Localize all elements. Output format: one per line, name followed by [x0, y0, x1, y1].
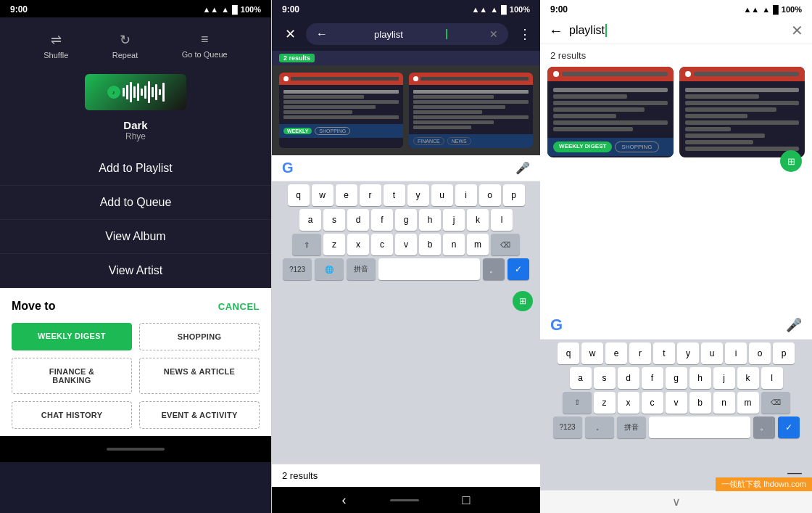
key-t[interactable]: t: [384, 184, 405, 206]
p3-key-f[interactable]: f: [642, 367, 663, 389]
p3-key-dot[interactable]: 。: [753, 416, 775, 438]
playlist-item-shopping[interactable]: SHOPPING: [139, 323, 260, 350]
key-i[interactable]: i: [455, 184, 477, 206]
p3-key-w[interactable]: w: [581, 342, 603, 364]
key-number-dot[interactable]: 。: [483, 258, 505, 280]
close-button[interactable]: ✕: [281, 25, 300, 44]
p3-key-a[interactable]: a: [570, 367, 592, 389]
p3-key-z[interactable]: z: [594, 392, 616, 414]
key-b[interactable]: b: [419, 234, 441, 255]
cancel-button[interactable]: CANCEL: [218, 301, 260, 312]
p3-key-numbers[interactable]: ?123: [553, 416, 582, 438]
close-search-icon2[interactable]: ✕: [489, 28, 498, 40]
result-card-2[interactable]: FINANCE NEWS: [409, 73, 533, 148]
repeat-control[interactable]: ↻ Repeat: [112, 32, 138, 59]
phone2-search-box[interactable]: ← playlist ✕: [306, 23, 508, 45]
phone3-mic-icon[interactable]: 🎤: [786, 317, 802, 333]
key-backspace[interactable]: ⌫: [491, 234, 520, 255]
p3-key-t[interactable]: t: [653, 342, 675, 364]
key-m[interactable]: m: [467, 234, 489, 255]
key-k[interactable]: k: [467, 209, 489, 231]
p3-card-1[interactable]: WEEKLY DIGEST SHOPPING: [547, 67, 674, 157]
key-n[interactable]: n: [443, 234, 465, 255]
key-o[interactable]: o: [479, 184, 501, 206]
menu-dots-icon[interactable]: ⋮: [518, 26, 531, 42]
key-g[interactable]: g: [395, 209, 417, 231]
p3-card-2[interactable]: [679, 67, 805, 157]
key-c[interactable]: c: [371, 234, 393, 255]
phone2-mic-icon[interactable]: 🎤: [515, 161, 530, 175]
key-h[interactable]: h: [419, 209, 441, 231]
p3-key-c[interactable]: c: [642, 392, 663, 414]
p3-key-x[interactable]: x: [618, 392, 639, 414]
phone3-query[interactable]: playlist: [569, 24, 605, 37]
result-card-1[interactable]: WEEKLY SHOPPING: [279, 73, 403, 148]
recent-nav-btn[interactable]: □: [463, 493, 471, 508]
phone3-search-input[interactable]: playlist: [569, 24, 785, 37]
p3-key-i[interactable]: i: [725, 342, 747, 364]
phone3-scan-icon[interactable]: ⊞: [780, 150, 802, 172]
key-f[interactable]: f: [371, 209, 393, 231]
key-globe[interactable]: 🌐: [315, 258, 344, 280]
key-confirm[interactable]: ✓: [508, 258, 529, 280]
p3-key-d[interactable]: d: [618, 367, 639, 389]
p3-key-b[interactable]: b: [689, 392, 711, 414]
p3-key-globe[interactable]: 。: [585, 416, 614, 438]
p3-key-e[interactable]: e: [605, 342, 627, 364]
p3-key-j[interactable]: j: [713, 367, 735, 389]
phone3-clear-btn[interactable]: ✕: [791, 22, 803, 39]
p3-key-v[interactable]: v: [666, 392, 687, 414]
p3-key-r[interactable]: r: [629, 342, 651, 364]
search-query-phone2[interactable]: playlist: [374, 29, 403, 40]
key-shift[interactable]: ⇧: [292, 234, 321, 255]
p3-key-n[interactable]: n: [713, 392, 735, 414]
scan-icon[interactable]: ⊞: [513, 291, 533, 311]
key-v[interactable]: v: [395, 234, 417, 255]
p3-key-h[interactable]: h: [689, 367, 711, 389]
p3-key-lang[interactable]: 拼音: [617, 416, 646, 438]
p3-key-p[interactable]: p: [773, 342, 795, 364]
playlist-item-weekly-digest[interactable]: WEEKLY DIGEST: [12, 323, 132, 350]
p3-key-shift[interactable]: ⇧: [563, 392, 592, 414]
playlist-item-event[interactable]: EVENT & ACTIVITY: [139, 401, 260, 429]
key-r[interactable]: r: [360, 184, 381, 206]
key-p[interactable]: p: [503, 184, 525, 206]
phone3-chevron-down[interactable]: ∨: [672, 495, 681, 509]
key-s[interactable]: s: [323, 209, 345, 231]
key-a[interactable]: a: [299, 209, 321, 231]
p3-key-space[interactable]: [649, 416, 750, 438]
view-artist-btn[interactable]: View Artist: [0, 254, 271, 288]
p3-key-m[interactable]: m: [737, 392, 759, 414]
p3-key-o[interactable]: o: [749, 342, 771, 364]
key-y[interactable]: y: [407, 184, 429, 206]
key-j[interactable]: j: [443, 209, 465, 231]
add-to-queue-btn[interactable]: Add to Queue: [0, 186, 271, 220]
key-u[interactable]: u: [431, 184, 453, 206]
key-l[interactable]: l: [491, 209, 513, 231]
p3-key-l[interactable]: l: [761, 367, 783, 389]
p3-key-g[interactable]: g: [666, 367, 687, 389]
p3-key-u[interactable]: u: [701, 342, 723, 364]
phone3-back-btn[interactable]: ←: [549, 22, 563, 39]
playlist-item-finance[interactable]: FINANCE &BANKING: [12, 358, 132, 394]
key-d[interactable]: d: [347, 209, 369, 231]
back-arrow-phone2[interactable]: ←: [316, 28, 328, 41]
p3-key-s[interactable]: s: [594, 367, 616, 389]
view-album-btn[interactable]: View Album: [0, 220, 271, 254]
playlist-item-chat[interactable]: CHAT HISTORY: [12, 401, 132, 429]
key-w[interactable]: w: [312, 184, 334, 206]
key-z[interactable]: z: [323, 234, 345, 255]
key-x[interactable]: x: [347, 234, 369, 255]
add-to-playlist-btn[interactable]: Add to Playlist: [0, 152, 271, 186]
shuffle-control[interactable]: ⇌ Shuffle: [44, 32, 68, 59]
key-e[interactable]: e: [336, 184, 357, 206]
p3-key-backspace[interactable]: ⌫: [761, 392, 790, 414]
p3-key-y[interactable]: y: [677, 342, 699, 364]
back-nav-btn[interactable]: ‹: [342, 493, 347, 508]
key-lang[interactable]: 拼音: [347, 258, 376, 280]
key-space[interactable]: [378, 258, 480, 280]
p3-key-confirm[interactable]: ✓: [778, 416, 800, 438]
playlist-item-news[interactable]: NEWS & ARTICLE: [139, 358, 260, 394]
goto-queue-control[interactable]: ≡ Go to Queue: [182, 32, 228, 59]
p3-key-k[interactable]: k: [737, 367, 759, 389]
